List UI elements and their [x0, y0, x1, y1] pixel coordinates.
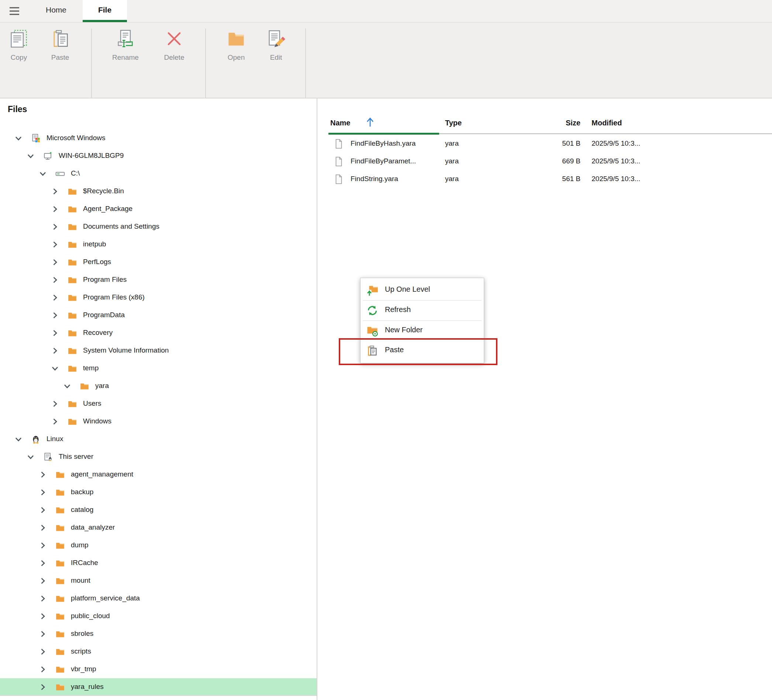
windows-host-icon	[31, 134, 41, 143]
chevron-right-icon[interactable]	[38, 612, 47, 621]
tree-item-linux[interactable]: Linux	[0, 431, 317, 448]
tree-item-program-files-x86[interactable]: Program Files (x86)	[0, 289, 317, 307]
tree-item-recovery[interactable]: Recovery	[0, 324, 317, 342]
tree-item-label: temp	[83, 364, 98, 372]
tree-item-catalog[interactable]: catalog	[0, 501, 317, 519]
tab-home[interactable]: Home	[29, 0, 83, 20]
chevron-right-icon[interactable]	[51, 258, 59, 267]
ribbon-group-separator	[91, 28, 92, 110]
file-icon	[334, 156, 343, 167]
tree-item-this-server[interactable]: This server	[0, 448, 317, 466]
files-panel-title: Files	[8, 104, 27, 114]
hamburger-menu-button[interactable]	[8, 5, 21, 17]
file-row-findfilebyhash-yara[interactable]: FindFileByHash.yarayara501 B2025/9/5 10:…	[326, 135, 772, 153]
tree-item-system-volume-information[interactable]: System Volume Information	[0, 342, 317, 360]
panel-divider[interactable]	[317, 98, 317, 700]
annotation-red-box	[339, 338, 497, 365]
chevron-right-icon[interactable]	[51, 240, 59, 249]
chevron-right-icon[interactable]	[51, 187, 59, 196]
tree-item-users[interactable]: Users	[0, 395, 317, 413]
chevron-right-icon[interactable]	[38, 470, 47, 479]
chevron-right-icon[interactable]	[51, 293, 59, 302]
chevron-right-icon[interactable]	[38, 683, 47, 692]
chevron-right-icon[interactable]	[38, 630, 47, 638]
chevron-right-icon[interactable]	[38, 506, 47, 514]
chevron-right-icon[interactable]	[51, 276, 59, 284]
tree-item-platform-service-data[interactable]: platform_service_data	[0, 590, 317, 607]
file-row-findfilebyparamet[interactable]: FindFileByParamet...yara669 B2025/9/5 10…	[326, 153, 772, 170]
file-row-findstring-yara[interactable]: FindString.yarayara561 B2025/9/5 10:3...	[326, 170, 772, 188]
tree-item-vbr-tmp[interactable]: vbr_tmp	[0, 661, 317, 678]
chevron-right-icon[interactable]	[51, 311, 59, 320]
chevron-right-icon[interactable]	[38, 647, 47, 656]
chevron-right-icon[interactable]	[51, 400, 59, 408]
tree-item-temp[interactable]: temp	[0, 360, 317, 377]
column-header-size[interactable]: Size	[533, 119, 581, 127]
ribbon-group-separator	[305, 28, 306, 110]
chevron-right-icon[interactable]	[38, 559, 47, 568]
chevron-right-icon[interactable]	[38, 576, 47, 585]
context-menu-item-refresh[interactable]: Refresh	[361, 300, 484, 320]
column-header-name[interactable]: Name	[330, 119, 350, 127]
tree-item-scripts[interactable]: scripts	[0, 643, 317, 661]
tree-item-documents-and-settings[interactable]: Documents and Settings	[0, 218, 317, 236]
context-menu-item-new-folder[interactable]: New Folder	[361, 321, 484, 341]
up-one-level-icon	[366, 284, 378, 296]
chevron-right-icon[interactable]	[51, 329, 59, 338]
open-button[interactable]: Open	[218, 26, 254, 85]
chevron-right-icon[interactable]	[51, 222, 59, 231]
tree-item-data-analyzer[interactable]: data_analyzer	[0, 519, 317, 537]
delete-button[interactable]: Delete	[157, 26, 192, 85]
column-header-type[interactable]: Type	[445, 119, 462, 127]
column-header-modified[interactable]: Modified	[592, 119, 622, 127]
tree-item-microsoft-windows[interactable]: Microsoft Windows	[0, 129, 317, 147]
tree-item-public-cloud[interactable]: public_cloud	[0, 607, 317, 625]
chevron-right-icon[interactable]	[51, 346, 59, 355]
chevron-right-icon[interactable]	[38, 523, 47, 532]
tree-item-label: $Recycle.Bin	[83, 187, 124, 195]
tree-item-c[interactable]: C:\	[0, 165, 317, 183]
chevron-down-icon[interactable]	[63, 382, 72, 391]
tree-item-perflogs[interactable]: PerfLogs	[0, 253, 317, 271]
chevron-down-icon[interactable]	[14, 134, 23, 143]
chevron-down-icon[interactable]	[14, 435, 23, 444]
tree-item-ircache[interactable]: IRCache	[0, 554, 317, 572]
chevron-right-icon[interactable]	[38, 488, 47, 497]
chevron-down-icon[interactable]	[38, 169, 47, 178]
chevron-down-icon[interactable]	[26, 152, 35, 160]
chevron-right-icon[interactable]	[51, 417, 59, 426]
tree-item-sbroles[interactable]: sbroles	[0, 625, 317, 643]
tree-item-windows[interactable]: Windows	[0, 413, 317, 431]
paste-button[interactable]: Paste	[43, 26, 78, 85]
tree-item-recycle-bin[interactable]: $Recycle.Bin	[0, 183, 317, 200]
tree-item-inetpub[interactable]: inetpub	[0, 236, 317, 253]
tree-item-agent-management[interactable]: agent_management	[0, 466, 317, 483]
chevron-down-icon[interactable]	[51, 364, 59, 373]
tree-item-label: agent_management	[71, 470, 133, 478]
tree-item-yara-rules[interactable]: yara_rules	[0, 678, 317, 696]
folder-icon	[67, 417, 77, 426]
edit-button[interactable]: Edit	[258, 26, 294, 85]
context-menu-item-up-one-level[interactable]: Up One Level	[361, 280, 484, 300]
tree-item-dump[interactable]: dump	[0, 537, 317, 554]
copy-button[interactable]: Copy	[1, 26, 36, 85]
file-type: yara	[445, 175, 459, 183]
tree-item-backup[interactable]: backup	[0, 483, 317, 501]
tab-file[interactable]: File	[83, 0, 127, 20]
tree-item-programdata[interactable]: ProgramData	[0, 307, 317, 324]
chevron-down-icon[interactable]	[26, 452, 35, 462]
tree-item-label: dump	[71, 541, 88, 549]
chevron-right-icon[interactable]	[38, 541, 47, 550]
tree-item-program-files[interactable]: Program Files	[0, 271, 317, 289]
tree-item-mount[interactable]: mount	[0, 572, 317, 590]
chevron-right-icon[interactable]	[51, 205, 59, 214]
tree-item-win-6glm8jlbgp9[interactable]: WIN-6GLM8JLBGP9	[0, 147, 317, 165]
tab-file-label: File	[98, 5, 111, 15]
folder-icon	[67, 204, 77, 214]
tree-item-agent-package[interactable]: Agent_Package	[0, 200, 317, 218]
rename-button[interactable]: Rename	[108, 26, 143, 85]
sort-ascending-icon[interactable]	[365, 116, 376, 128]
chevron-right-icon[interactable]	[38, 665, 47, 674]
chevron-right-icon[interactable]	[38, 594, 47, 603]
tree-item-yara[interactable]: yara	[0, 377, 317, 395]
